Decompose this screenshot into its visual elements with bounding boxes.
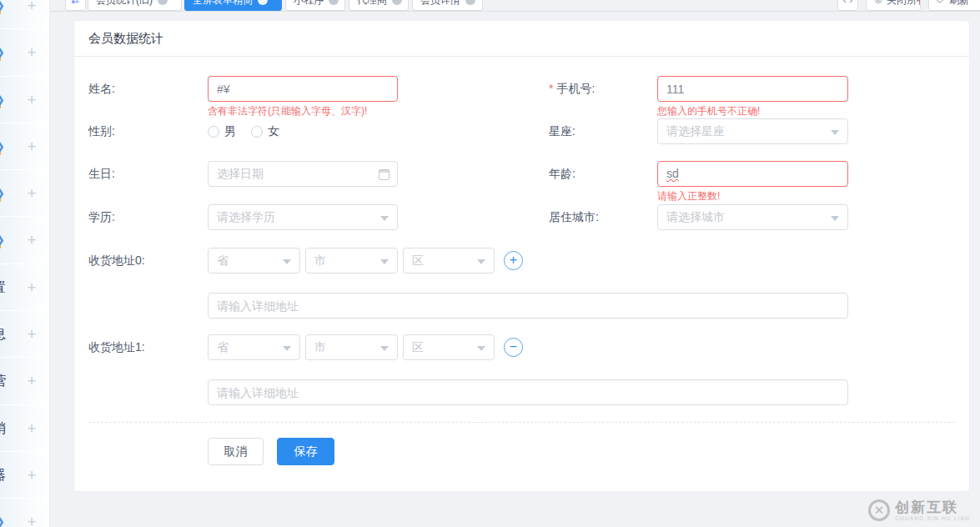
brand-subtitle: CHUANG XIN HU LIAN — [895, 515, 970, 521]
education-select[interactable]: 请选择学历 — [208, 204, 398, 230]
chevron-down-icon — [380, 346, 389, 351]
tab-agent[interactable]: 代理商 — [349, 0, 409, 11]
sidebar-item[interactable]: 置 + — [0, 264, 50, 310]
sidebar-item[interactable]: ❯ + — [0, 499, 50, 527]
expand-plus-icon[interactable]: + — [24, 77, 39, 123]
sidebar-item[interactable]: ❯ + — [0, 217, 50, 263]
sidebar-menu: ❯ + ❯ + ❯ + ❯ + ❯ + ❯ + 置 + 息 + — [0, 0, 50, 527]
expand-plus-icon[interactable]: + — [24, 499, 39, 527]
expand-plus-icon[interactable]: + — [24, 452, 39, 498]
gender-male-label: 男 — [224, 124, 236, 139]
menu-item-label-fragment: 置 — [0, 264, 6, 310]
refresh-button[interactable]: ⟳ 刷新 — [928, 0, 980, 11]
name-input[interactable] — [208, 76, 398, 102]
address1-label: 收货地址1: — [88, 334, 145, 360]
add-address-button[interactable]: + — [504, 251, 523, 270]
district-placeholder: 区 — [412, 253, 424, 267]
expand-plus-icon[interactable]: + — [24, 217, 39, 263]
tab-fullscreen-form[interactable]: 全屏表单精简 — [184, 0, 282, 11]
remove-address-button[interactable]: − — [504, 338, 523, 357]
tab-scroll-button[interactable]: ‹ › — [837, 0, 858, 11]
tab-member-stats-old[interactable]: 会员统计(旧) — [88, 0, 182, 11]
sidebar-item[interactable]: 销 + — [0, 405, 50, 451]
age-value: sd — [666, 167, 679, 180]
expand-plus-icon[interactable]: + — [24, 358, 39, 404]
menu-item-icon: ❯ — [0, 123, 5, 169]
city-placeholder: 市 — [314, 253, 326, 267]
radio-circle-icon[interactable] — [208, 126, 219, 138]
menu-item-icon: ❯ — [0, 170, 5, 216]
sidebar-item[interactable]: ❯ + — [0, 0, 50, 28]
radio-circle-icon[interactable] — [251, 126, 263, 138]
address1-district-select[interactable]: 区 — [403, 334, 495, 360]
tab-close-icon[interactable] — [158, 0, 168, 5]
sidebar-item[interactable]: ❯ + — [0, 123, 50, 169]
menu-item-icon: ❯ — [0, 217, 5, 263]
expand-plus-icon[interactable]: + — [24, 123, 39, 169]
phone-error: 您输入的手机号不正确! — [657, 104, 760, 118]
address0-province-select[interactable]: 省 — [208, 248, 300, 274]
menu-item-label-fragment: 器 — [0, 452, 6, 498]
tab-close-icon[interactable] — [258, 0, 268, 5]
address1-province-select[interactable]: 省 — [208, 334, 300, 360]
tab-switch-button[interactable]: ⇄ — [65, 0, 86, 11]
tab-close-icon[interactable] — [392, 0, 402, 5]
tab-mini-program[interactable]: 小程序 — [285, 0, 345, 11]
sidebar-item[interactable]: ❯ + — [0, 170, 50, 216]
city-select[interactable]: 请选择城市 — [657, 204, 848, 230]
close-all-tabs-button[interactable]: ⊗ 关闭所有 — [866, 0, 921, 11]
menu-item-icon: ❯ — [0, 77, 5, 123]
address1-city-select[interactable]: 市 — [305, 334, 398, 360]
expand-plus-icon[interactable]: + — [24, 29, 39, 75]
sidebar: ❯ + ❯ + ❯ + ❯ + ❯ + ❯ + 置 + 息 + — [0, 0, 50, 527]
refresh-icon: ⟳ — [937, 0, 945, 10]
refresh-label: 刷新 — [949, 0, 969, 10]
education-label: 学历: — [88, 204, 115, 230]
expand-plus-icon[interactable]: + — [24, 170, 39, 216]
address0-city-select[interactable]: 市 — [305, 248, 398, 274]
constellation-placeholder: 请选择星座 — [666, 124, 725, 138]
required-asterisk: * — [549, 82, 553, 95]
expand-plus-icon[interactable]: + — [24, 0, 39, 28]
address0-detail-input[interactable] — [208, 293, 848, 319]
brand-logo-icon: ✕ — [868, 499, 890, 521]
constellation-select[interactable]: 请选择星座 — [657, 118, 848, 144]
tab-label: 会员统计(旧) — [96, 0, 153, 10]
tab-close-icon[interactable] — [465, 0, 475, 5]
age-input[interactable]: sd — [657, 161, 848, 187]
sidebar-item[interactable]: 器 + — [0, 452, 50, 498]
education-placeholder: 请选择学历 — [217, 210, 275, 223]
birthday-label: 生日: — [88, 161, 115, 187]
form-card: 会员数据统计 姓名: 含有非法字符(只能输入字母、汉字)! *手机号: 您输入的… — [73, 20, 970, 492]
menu-item-label-fragment: 销 — [0, 405, 6, 451]
sidebar-item[interactable]: 营 + — [0, 358, 50, 404]
gender-female-radio[interactable]: 女 — [251, 124, 279, 139]
address1-detail-input[interactable] — [208, 379, 848, 405]
chevron-down-icon — [283, 259, 291, 264]
expand-plus-icon[interactable]: + — [24, 264, 39, 310]
address0-district-select[interactable]: 区 — [403, 248, 495, 274]
gender-label: 性别: — [88, 118, 115, 144]
expand-plus-icon[interactable]: + — [24, 311, 39, 357]
brand-watermark: ✕ 创新互联 CHUANG XIN HU LIAN — [868, 499, 970, 521]
city-placeholder: 市 — [314, 340, 326, 354]
menu-item-icon: ❯ — [0, 29, 5, 75]
main-area: ⇄ 会员统计(旧) 全屏表单精简 小程序 代理商 会员详情 ‹ › ⊗ 关闭所有… — [50, 0, 980, 527]
tab-close-icon[interactable] — [329, 0, 339, 5]
sidebar-item[interactable]: ❯ + — [0, 29, 50, 75]
save-button[interactable]: 保存 — [277, 438, 334, 465]
tab-label: 代理商 — [357, 0, 387, 10]
gender-male-radio[interactable]: 男 — [208, 124, 236, 139]
birthday-date-picker[interactable]: 选择日期 — [208, 161, 398, 187]
expand-plus-icon[interactable]: + — [24, 405, 39, 451]
age-error: 请输入正整数! — [657, 189, 720, 203]
tab-member-detail[interactable]: 会员详情 — [412, 0, 483, 11]
sidebar-item[interactable]: ❯ + — [0, 77, 50, 123]
menu-item-label-fragment: 息 — [0, 311, 6, 357]
cancel-button[interactable]: 取消 — [208, 438, 264, 465]
name-error: 含有非法字符(只能输入字母、汉字)! — [208, 104, 367, 118]
sidebar-item[interactable]: 息 + — [0, 311, 50, 357]
name-label: 姓名: — [88, 76, 115, 102]
age-label: 年龄: — [549, 161, 575, 187]
phone-input[interactable] — [657, 76, 848, 102]
